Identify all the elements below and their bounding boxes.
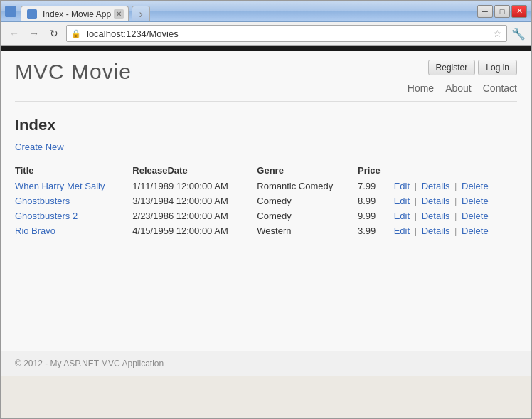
col-actions bbox=[394, 162, 517, 179]
movie-title-link[interactable]: When Harry Met Sally bbox=[15, 181, 105, 191]
col-price: Price bbox=[358, 162, 394, 179]
delete-link[interactable]: Delete bbox=[462, 181, 489, 191]
details-link[interactable]: Details bbox=[422, 196, 450, 206]
back-button[interactable]: ← bbox=[6, 26, 22, 41]
separator: | bbox=[454, 196, 457, 206]
cell-actions: Edit | Details | Delete bbox=[394, 179, 517, 193]
register-button[interactable]: Register bbox=[428, 60, 476, 75]
cell-title: Ghostbusters 2 bbox=[15, 208, 132, 223]
content-area: Index Create New Title ReleaseDate Genre… bbox=[1, 102, 531, 351]
col-release-date: ReleaseDate bbox=[132, 162, 257, 179]
cell-release-date: 4/15/1959 12:00:00 AM bbox=[132, 223, 257, 238]
forward-button[interactable]: → bbox=[26, 26, 42, 41]
separator: | bbox=[415, 196, 417, 206]
tab-close-button[interactable]: ✕ bbox=[114, 9, 124, 19]
app-title: MVC Movie bbox=[15, 60, 132, 84]
details-link[interactable]: Details bbox=[422, 226, 450, 236]
maximize-button[interactable]: □ bbox=[494, 5, 510, 18]
edit-link[interactable]: Edit bbox=[394, 211, 410, 221]
header-right: Register Log in Home About Contact bbox=[408, 60, 517, 97]
main-nav: Home About Contact bbox=[408, 80, 517, 97]
bookmark-icon[interactable]: ☆ bbox=[493, 28, 502, 39]
refresh-button[interactable]: ↻ bbox=[46, 26, 62, 41]
edit-link[interactable]: Edit bbox=[394, 196, 410, 206]
cell-release-date: 1/11/1989 12:00:00 AM bbox=[132, 179, 257, 193]
separator: | bbox=[454, 211, 457, 221]
cell-genre: Comedy bbox=[257, 208, 358, 223]
footer-text: © 2012 - My ASP.NET MVC Application bbox=[15, 359, 164, 368]
delete-link[interactable]: Delete bbox=[462, 226, 489, 236]
cell-price: 9.99 bbox=[358, 208, 394, 223]
login-button[interactable]: Log in bbox=[478, 60, 517, 75]
details-link[interactable]: Details bbox=[422, 181, 450, 191]
favicon bbox=[5, 6, 16, 17]
new-tab-button[interactable]: › bbox=[132, 6, 150, 21]
nav-contact[interactable]: Contact bbox=[483, 80, 517, 97]
separator: | bbox=[415, 211, 417, 221]
address-bar: ← → ↻ 🔒 localhost:1234/Movies ☆ 🔧 bbox=[1, 22, 531, 46]
cell-price: 8.99 bbox=[358, 193, 394, 208]
delete-link[interactable]: Delete bbox=[462, 211, 489, 221]
url-box[interactable]: 🔒 localhost:1234/Movies ☆ bbox=[66, 25, 507, 42]
movie-title-link[interactable]: Rio Bravo bbox=[15, 226, 55, 236]
movie-title-link[interactable]: Ghostbusters 2 bbox=[15, 211, 78, 221]
minimize-button[interactable]: ─ bbox=[477, 5, 493, 18]
auth-buttons: Register Log in bbox=[428, 60, 517, 75]
app-header: MVC Movie Register Log in Home About Con… bbox=[1, 51, 531, 102]
footer: © 2012 - My ASP.NET MVC Application bbox=[1, 351, 531, 376]
table-header-row: Title ReleaseDate Genre Price bbox=[15, 162, 517, 179]
col-title: Title bbox=[15, 162, 132, 179]
separator: | bbox=[415, 181, 417, 191]
cell-release-date: 3/13/1984 12:00:00 AM bbox=[132, 193, 257, 208]
table-row: When Harry Met Sally 1/11/1989 12:00:00 … bbox=[15, 179, 517, 193]
secure-icon: 🔒 bbox=[71, 29, 81, 38]
table-row: Ghostbusters 2 2/23/1986 12:00:00 AM Com… bbox=[15, 208, 517, 223]
active-tab[interactable]: Index - Movie App ✕ bbox=[21, 6, 129, 21]
cell-release-date: 2/23/1986 12:00:00 AM bbox=[132, 208, 257, 223]
edit-link[interactable]: Edit bbox=[394, 181, 410, 191]
nav-home[interactable]: Home bbox=[408, 80, 434, 97]
black-nav-bar bbox=[1, 46, 531, 51]
table-row: Ghostbusters 3/13/1984 12:00:00 AM Comed… bbox=[15, 193, 517, 208]
page-title: Index bbox=[15, 116, 517, 134]
url-text: localhost:1234/Movies bbox=[87, 28, 179, 39]
nav-about[interactable]: About bbox=[445, 80, 472, 97]
cell-price: 7.99 bbox=[358, 179, 394, 193]
movie-title-link[interactable]: Ghostbusters bbox=[15, 196, 70, 206]
create-new-link[interactable]: Create New bbox=[15, 142, 64, 152]
cell-genre: Western bbox=[257, 223, 358, 238]
settings-icon[interactable]: 🔧 bbox=[511, 27, 526, 41]
table-row: Rio Bravo 4/15/1959 12:00:00 AM Western … bbox=[15, 223, 517, 238]
cell-price: 3.99 bbox=[358, 223, 394, 238]
cell-genre: Comedy bbox=[257, 193, 358, 208]
window-controls: ─ □ ✕ bbox=[477, 5, 527, 18]
header-top: MVC Movie Register Log in Home About Con… bbox=[15, 60, 517, 97]
cell-title: Rio Bravo bbox=[15, 223, 132, 238]
cell-actions: Edit | Details | Delete bbox=[394, 208, 517, 223]
separator: | bbox=[454, 226, 457, 236]
col-genre: Genre bbox=[257, 162, 358, 179]
details-link[interactable]: Details bbox=[422, 211, 450, 221]
browser-window: Index - Movie App ✕ › ─ □ ✕ ← → ↻ 🔒 loca… bbox=[0, 0, 532, 419]
cell-title: When Harry Met Sally bbox=[15, 179, 132, 193]
edit-link[interactable]: Edit bbox=[394, 226, 410, 236]
cell-genre: Romantic Comedy bbox=[257, 179, 358, 193]
separator: | bbox=[415, 226, 417, 236]
separator: | bbox=[454, 181, 457, 191]
title-bar: Index - Movie App ✕ › ─ □ ✕ bbox=[1, 1, 531, 22]
tab-favicon bbox=[27, 9, 37, 19]
cell-actions: Edit | Details | Delete bbox=[394, 193, 517, 208]
tab-title: Index - Movie App bbox=[43, 9, 111, 19]
movies-table: Title ReleaseDate Genre Price When Harry… bbox=[15, 162, 517, 238]
close-button[interactable]: ✕ bbox=[511, 5, 527, 18]
cell-title: Ghostbusters bbox=[15, 193, 132, 208]
delete-link[interactable]: Delete bbox=[462, 196, 489, 206]
cell-actions: Edit | Details | Delete bbox=[394, 223, 517, 238]
